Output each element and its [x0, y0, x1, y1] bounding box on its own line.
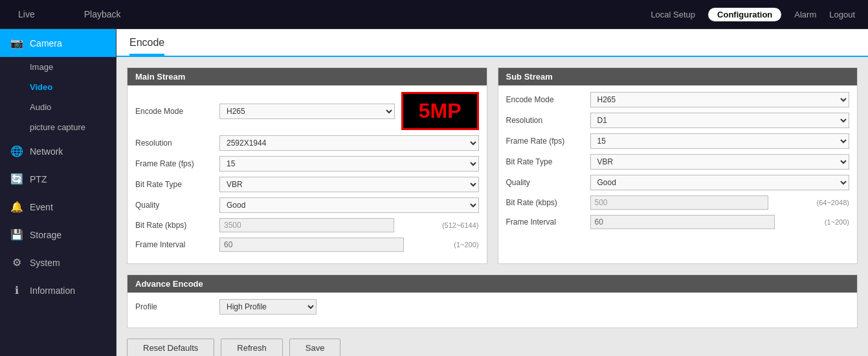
sub-frame-interval-label: Frame Interval [506, 217, 590, 227]
alarm-button[interactable]: Alarm [794, 10, 816, 19]
sidebar-label-picture-capture: picture capture [30, 122, 85, 132]
nav-live[interactable]: Live [13, 6, 40, 22]
nav-playback[interactable]: Playback [79, 6, 126, 22]
sidebar-item-video[interactable]: Video [0, 77, 116, 97]
sub-frame-interval-row: Frame Interval (1~200) [506, 215, 850, 229]
sub-encode-mode-row: Encode Mode H265 H264 MJPEG [506, 92, 850, 107]
sidebar-item-event[interactable]: 🔔 Event [0, 193, 116, 221]
sub-bit-rate-control [590, 195, 813, 210]
main-frame-rate-row: Frame Rate (fps) 15 5 10 20 25 30 [135, 156, 479, 172]
storage-icon: 💾 [10, 228, 23, 241]
main-frame-rate-label: Frame Rate (fps) [135, 159, 219, 168]
sub-bit-rate-type-row: Bit Rate Type VBR CBR [506, 154, 850, 170]
sidebar-item-picture-capture[interactable]: picture capture [0, 117, 116, 137]
sidebar-item-storage[interactable]: 💾 Storage [0, 221, 116, 249]
network-icon: 🌐 [10, 145, 23, 157]
sub-quality-row: Quality Good Low Medium Better Best [506, 175, 850, 190]
sub-frame-interval-input[interactable] [590, 215, 775, 229]
content-header: Encode [117, 29, 868, 57]
sidebar-label-audio: Audio [30, 102, 51, 112]
main-bit-rate-input[interactable] [219, 218, 394, 232]
main-frame-interval-label: Frame Interval [135, 240, 219, 249]
advance-encode-section: Advance Encode Profile Baseline Main Pro… [127, 274, 858, 328]
main-frame-rate-control: 15 5 10 20 25 30 [219, 156, 479, 172]
sub-bit-rate-type-control: VBR CBR [590, 154, 850, 170]
main-bit-rate-hint: (512~6144) [442, 221, 479, 229]
main-frame-interval-row: Frame Interval (1~200) [135, 238, 479, 252]
refresh-button[interactable]: Refresh [221, 339, 283, 356]
main-bit-rate-row: Bit Rate (kbps) (512~6144) [135, 218, 479, 232]
sub-resolution-row: Resolution D1 VGA QVGA [506, 113, 850, 128]
sub-resolution-select[interactable]: D1 VGA QVGA [590, 113, 850, 128]
sub-resolution-control: D1 VGA QVGA [590, 113, 850, 128]
configuration-button[interactable]: Configuration [708, 8, 781, 21]
main-encode-mode-row: Encode Mode H265 H264 MJPEG 5MP [135, 92, 479, 130]
main-stream-section: Main Stream Encode Mode H265 H264 MJPEG [127, 67, 487, 264]
content-body: Main Stream Encode Mode H265 H264 MJPEG [117, 57, 868, 356]
advance-encode-body: Profile Baseline Main Profile High Profi… [128, 293, 857, 321]
main-encode-mode-select[interactable]: H265 H264 MJPEG [219, 104, 395, 119]
sub-bit-rate-type-label: Bit Rate Type [506, 157, 590, 166]
sidebar-item-information[interactable]: ℹ Information [0, 276, 116, 304]
sub-frame-rate-select[interactable]: 15 5 10 20 25 30 [590, 133, 850, 149]
sub-bit-rate-row: Bit Rate (kbps) (64~2048) [506, 195, 850, 210]
page-title: Encode [129, 37, 164, 56]
sidebar-item-system[interactable]: ⚙ System [0, 249, 116, 276]
event-icon: 🔔 [10, 201, 23, 213]
advance-encode-header: Advance Encode [128, 275, 857, 293]
profile-select[interactable]: Baseline Main Profile High Profile [219, 299, 317, 315]
main-bit-rate-type-select[interactable]: VBR CBR [219, 177, 479, 192]
main-frame-rate-select[interactable]: 15 5 10 20 25 30 [219, 156, 479, 172]
main-bit-rate-label: Bit Rate (kbps) [135, 221, 219, 230]
sub-stream-section: Sub Stream Encode Mode H265 H264 MJPEG [498, 67, 858, 264]
main-encode-mode-control: H265 H264 MJPEG [219, 104, 395, 119]
sidebar-item-audio[interactable]: Audio [0, 97, 116, 117]
main-resolution-control: 2592X1944 1920X1080 1280X720 [219, 135, 479, 151]
resolution-badge-5mp: 5MP [401, 92, 479, 130]
reset-defaults-button[interactable]: Reset Defaults [127, 339, 214, 356]
logout-button[interactable]: Logout [829, 10, 855, 19]
main-quality-control: Good Low Medium Better Best [219, 197, 479, 213]
sidebar-label-ptz: PTZ [30, 174, 47, 184]
sidebar-item-network[interactable]: 🌐 Network [0, 137, 116, 165]
camera-icon: 📷 [10, 37, 23, 49]
sidebar-label-event: Event [30, 202, 53, 212]
sidebar-label-network: Network [30, 146, 63, 157]
main-resolution-select[interactable]: 2592X1944 1920X1080 1280X720 [219, 135, 479, 151]
main-stream-header: Main Stream [128, 68, 487, 85]
sub-frame-rate-label: Frame Rate (fps) [506, 137, 590, 146]
main-resolution-label: Resolution [135, 139, 219, 148]
sub-encode-mode-control: H265 H264 MJPEG [590, 92, 850, 107]
sub-frame-rate-row: Frame Rate (fps) 15 5 10 20 25 30 [506, 133, 850, 149]
sub-frame-rate-control: 15 5 10 20 25 30 [590, 133, 850, 149]
sub-encode-mode-label: Encode Mode [506, 95, 590, 104]
information-icon: ℹ [10, 284, 23, 296]
sub-bit-rate-label: Bit Rate (kbps) [506, 198, 590, 207]
main-bit-rate-type-row: Bit Rate Type VBR CBR [135, 177, 479, 192]
profile-label: Profile [135, 302, 219, 311]
sub-bit-rate-type-select[interactable]: VBR CBR [590, 154, 850, 170]
sidebar-item-ptz[interactable]: 🔄 PTZ [0, 165, 116, 193]
main-frame-interval-input[interactable] [219, 238, 404, 252]
sub-frame-interval-control [590, 215, 821, 229]
main-bit-rate-type-control: VBR CBR [219, 177, 479, 192]
top-nav: Live Playback Local Setup Configuration … [0, 0, 868, 29]
action-buttons-row: Reset Defaults Refresh Save [127, 339, 858, 356]
sidebar-item-image[interactable]: Image [0, 57, 116, 77]
main-bit-rate-type-label: Bit Rate Type [135, 180, 219, 189]
sidebar-label-information: Information [30, 285, 75, 296]
main-stream-body: Encode Mode H265 H264 MJPEG 5MP [128, 85, 487, 263]
main-quality-select[interactable]: Good Low Medium Better Best [219, 197, 479, 213]
sub-frame-interval-hint: (1~200) [825, 218, 849, 226]
sub-bit-rate-input[interactable] [590, 195, 768, 210]
sidebar-label-video: Video [30, 82, 52, 92]
sub-quality-select[interactable]: Good Low Medium Better Best [590, 175, 850, 190]
save-button[interactable]: Save [289, 339, 341, 356]
sidebar-label-storage: Storage [30, 230, 61, 240]
local-setup-button[interactable]: Local Setup [651, 10, 695, 19]
sub-stream-body: Encode Mode H265 H264 MJPEG Resolution [498, 85, 858, 241]
top-nav-right: Local Setup Configuration Alarm Logout [651, 8, 855, 21]
sub-resolution-label: Resolution [506, 116, 590, 125]
sub-encode-mode-select[interactable]: H265 H264 MJPEG [590, 92, 850, 107]
sidebar-item-camera[interactable]: 📷 Camera [0, 29, 116, 57]
